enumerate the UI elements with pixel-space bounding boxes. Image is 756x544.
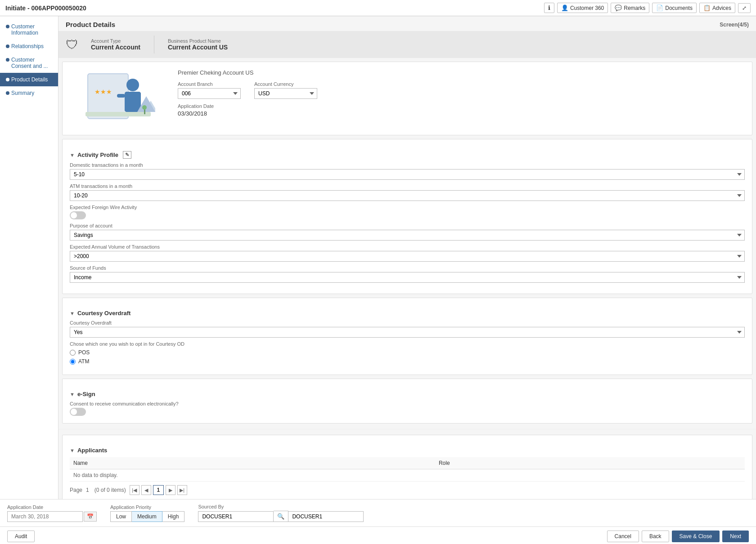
activity-edit-icon[interactable]: ✎ <box>123 151 131 159</box>
pagination: Page 1 (0 of 0 items) |◀ ◀ 1 ▶ ▶| <box>70 485 745 495</box>
priority-high-btn[interactable]: High <box>162 511 185 522</box>
premier-illustration: ★★★ <box>74 69 155 123</box>
sidebar-item-summary[interactable]: Summary <box>0 86 58 100</box>
page-next-btn[interactable]: ▶ <box>166 485 176 495</box>
audit-button[interactable]: Audit <box>7 531 35 542</box>
app-date-label: Application Date <box>178 103 745 109</box>
foreign-wire-field: Expected Foreign Wire Activity <box>70 205 745 219</box>
esign-header[interactable]: ▼ e-Sign <box>70 391 745 397</box>
page-label: Page <box>70 487 82 493</box>
toolbar: ℹ 👤 Customer 360 💬 Remarks 📄 Documents 📋… <box>544 3 751 13</box>
priority-group: Low Medium High <box>110 511 184 522</box>
purpose-field: Purpose of account SavingsBusinessInvest… <box>70 223 745 241</box>
page-last-btn[interactable]: ▶| <box>177 485 187 495</box>
svg-rect-5 <box>117 94 125 98</box>
sidebar-label-summary: Summary <box>11 90 34 96</box>
sidebar-item-relationships[interactable]: Relationships <box>0 40 58 53</box>
content-area: Product Details Screen(4/5) 🛡 Account Ty… <box>58 16 756 499</box>
account-icon: 🛡 <box>66 37 78 52</box>
cancel-button[interactable]: Cancel <box>607 531 639 542</box>
atm-select[interactable]: 10-205-1020-50 <box>70 190 745 201</box>
documents-button[interactable]: 📄 Documents <box>652 3 697 13</box>
page-title: Initiate - 006APP000050020 <box>5 4 86 12</box>
courtesy-overdraft-header[interactable]: ▼ Courtesy Overdraft <box>70 310 745 317</box>
svg-text:★★★: ★★★ <box>94 88 112 95</box>
app-date-input-group: 📅 <box>7 511 97 522</box>
advices-button[interactable]: 📋 Advices <box>699 3 735 13</box>
sidebar-dot <box>6 45 9 48</box>
priority-low-btn[interactable]: Low <box>110 511 132 522</box>
remarks-label: Remarks <box>624 5 645 11</box>
sourced-by-input[interactable] <box>198 511 274 522</box>
priority-field: Application Priority Low Medium High <box>110 504 184 522</box>
pos-radio[interactable] <box>70 350 76 356</box>
page-prev-btn[interactable]: ◀ <box>141 485 151 495</box>
pos-radio-item[interactable]: POS <box>70 349 745 356</box>
esign-consent-toggle[interactable] <box>70 408 86 416</box>
sourced-by-search-btn[interactable]: 🔍 <box>274 511 288 522</box>
sidebar-item-customer-info[interactable]: Customer Information <box>0 20 58 40</box>
next-button[interactable]: Next <box>722 531 749 542</box>
account-currency-field: Account Currency USD <box>254 81 317 99</box>
account-type-block: Account Type Current Account <box>91 38 140 51</box>
annual-vol-select[interactable]: >20001000-2000500-1000 <box>70 251 745 262</box>
courtesy-od-select[interactable]: YesNo <box>70 327 745 338</box>
sidebar: Customer Information Relationships Custo… <box>0 16 58 499</box>
esign-consent-field: Consent to receive communication electro… <box>70 401 745 416</box>
info-button[interactable]: ℹ <box>544 3 554 13</box>
pos-label: POS <box>78 349 90 356</box>
atm-radio-item[interactable]: ATM <box>70 358 745 365</box>
domestic-select[interactable]: 5-1010-2020-50 <box>70 169 745 180</box>
svg-rect-4 <box>125 92 141 112</box>
courtesy-od-field: Courtesy Overdraft YesNo <box>70 320 745 338</box>
page-num-1[interactable]: 1 <box>153 485 164 495</box>
purpose-select[interactable]: SavingsBusinessInvestment <box>70 230 745 241</box>
sidebar-item-product-details[interactable]: Product Details <box>0 73 58 86</box>
col-name: Name <box>70 457 435 469</box>
atm-label: ATM <box>78 358 89 365</box>
courtesy-od-radio-group: POS ATM <box>70 349 745 365</box>
account-type-label: Account Type <box>91 38 140 44</box>
source-funds-select[interactable]: IncomeBusinessInvestment <box>70 272 745 283</box>
info-icon: ℹ <box>548 4 550 11</box>
back-button[interactable]: Back <box>642 531 669 542</box>
courtesy-chevron-icon: ▼ <box>70 311 75 316</box>
foreign-wire-toggle[interactable] <box>70 211 86 219</box>
app-date-input[interactable] <box>7 511 83 522</box>
courtesy-od-choose-label: Chose which one you wish to opt in for C… <box>70 341 745 347</box>
sidebar-dot <box>6 25 9 28</box>
resize-button[interactable]: ⤢ <box>738 3 751 13</box>
account-currency-select[interactable]: USD <box>254 88 317 99</box>
activity-chevron-icon: ▼ <box>70 152 75 158</box>
save-close-button[interactable]: Save & Close <box>672 531 720 542</box>
premier-details: Premier Cheking Account US Account Branc… <box>178 69 745 117</box>
applicants-header[interactable]: ▼ Applicants <box>70 447 745 454</box>
sourced-by-input2[interactable] <box>288 511 364 522</box>
account-branch-select[interactable]: 006 <box>178 88 241 99</box>
page-first-btn[interactable]: |◀ <box>130 485 140 495</box>
sourced-by-field: Sourced By 🔍 <box>198 504 364 522</box>
remarks-button[interactable]: 💬 Remarks <box>611 3 649 13</box>
bottom-bar: Application Date 📅 Application Priority … <box>0 499 756 526</box>
customer360-button[interactable]: 👤 Customer 360 <box>557 3 608 13</box>
advices-icon: 📋 <box>703 4 711 11</box>
sidebar-item-customer-consent[interactable]: Customer Consent and ... <box>0 53 58 73</box>
courtesy-overdraft-label: Courtesy Overdraft <box>77 310 130 317</box>
account-branch-field: Account Branch 006 <box>178 81 241 99</box>
advices-label: Advices <box>712 5 731 11</box>
purpose-label: Purpose of account <box>70 223 745 228</box>
activity-profile-label: Activity Profile <box>77 152 118 158</box>
atm-label: ATM transactions in a month <box>70 183 745 189</box>
no-data-message: No data to display. <box>70 469 745 482</box>
account-type-card: 🛡 Account Type Current Account Business … <box>58 31 756 58</box>
priority-medium-btn[interactable]: Medium <box>132 511 162 522</box>
courtesy-od-label: Courtesy Overdraft <box>70 320 745 326</box>
divider <box>58 429 756 429</box>
calendar-button[interactable]: 📅 <box>84 512 97 522</box>
account-branch-label: Account Branch <box>178 81 241 87</box>
sourced-by-group: 🔍 <box>198 511 364 522</box>
premier-image: ★★★ <box>70 69 160 123</box>
activity-profile-header[interactable]: ▼ Activity Profile ✎ <box>70 151 745 159</box>
atm-radio[interactable] <box>70 359 76 365</box>
esign-consent-label: Consent to receive communication electro… <box>70 401 745 406</box>
